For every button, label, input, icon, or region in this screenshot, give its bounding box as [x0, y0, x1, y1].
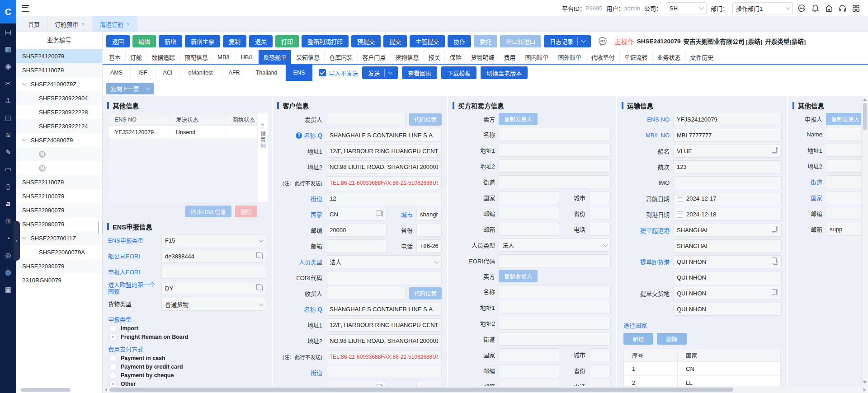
field-input[interactable]: MBL7777777	[673, 129, 782, 142]
apps-grid-icon[interactable]	[851, 4, 861, 13]
detail-tab[interactable]: 货物明细	[466, 50, 499, 64]
detail-tab[interactable]: 国内账单	[520, 50, 553, 64]
radio-icon[interactable]	[109, 363, 117, 370]
radio-option[interactable]: Import	[109, 325, 266, 332]
field-input[interactable]	[499, 380, 559, 386]
manifest-tab[interactable]: AMS	[103, 65, 131, 81]
delete-button[interactable]: 删除	[235, 206, 257, 217]
field-input[interactable]	[499, 317, 611, 330]
field-input[interactable]	[673, 176, 782, 189]
radio-option[interactable]: Payment in cash	[109, 355, 266, 362]
bell-icon[interactable]	[811, 4, 820, 13]
close-icon[interactable]: ×	[81, 21, 85, 28]
field-input[interactable]: 20000	[326, 224, 387, 237]
page-tab[interactable]: 海运订舱 ×	[93, 16, 138, 32]
dept-select[interactable]: 操作部门1	[732, 2, 793, 14]
field-input[interactable]: DY	[161, 282, 266, 295]
detail-tab[interactable]: MB/L	[212, 50, 236, 64]
toolbar-button[interactable]: 新增主票	[185, 35, 220, 47]
business-list-item[interactable]: SHSE24080079	[16, 133, 102, 147]
copy-icon[interactable]	[773, 259, 778, 265]
field-input[interactable]: QUI NHON	[673, 303, 782, 316]
field-input[interactable]: 2024-12-18	[673, 208, 782, 221]
detail-tab[interactable]: 基本	[103, 50, 125, 64]
manifest-tab[interactable]: ACI	[156, 65, 181, 81]
route-countries-link[interactable]: 途径国家	[623, 321, 787, 329]
view-receipt-button[interactable]: 查看回执	[402, 66, 437, 79]
field-input[interactable]: F15	[161, 234, 266, 247]
field-input[interactable]: QUI NHON	[673, 287, 782, 300]
field-input[interactable]: SI	[326, 382, 387, 386]
toolbar-button[interactable]: 日志记录	[544, 35, 591, 47]
anchor-icon[interactable]: ⚓	[0, 92, 16, 109]
radio-option[interactable]: Freight Remain on Board	[109, 333, 266, 341]
toolbar-button[interactable]: 委托	[474, 35, 497, 47]
nav-scrollbar-thumb[interactable]	[21, 388, 71, 392]
field-input[interactable]	[589, 191, 611, 204]
toolbar-button[interactable]: 主管提交	[410, 35, 445, 47]
field-input[interactable]: VLUE	[673, 145, 782, 158]
close-icon[interactable]: ×	[127, 21, 130, 28]
field-input[interactable]	[826, 175, 862, 188]
radio-option[interactable]: Other	[109, 380, 266, 386]
detail-tab[interactable]: 保险	[444, 50, 466, 64]
field-input[interactable]	[161, 266, 266, 279]
field-input[interactable]: SHANGHAI F S CONTAINER LINE S.A.	[326, 129, 442, 142]
field-input[interactable]: SHANGHAI	[673, 239, 782, 253]
radio-icon[interactable]	[109, 333, 117, 341]
vertical-scrollbar-thumb[interactable]	[863, 103, 867, 130]
field-input[interactable]: NO.98 LIUHE ROAD, SHANGHAI 200001,	[326, 160, 442, 173]
field-input[interactable]	[499, 254, 611, 267]
detail-tab[interactable]: 单证流转	[619, 50, 652, 64]
field-input[interactable]	[826, 159, 862, 173]
toolbar-button[interactable]: 退关	[249, 35, 273, 47]
field-input[interactable]: shanghai	[416, 208, 442, 221]
toolbar-button[interactable]: 复制	[223, 35, 246, 47]
toolbar-button[interactable]: 协作	[448, 35, 471, 47]
code-search-button[interactable]: 代码检索	[409, 287, 442, 299]
dashboard-icon[interactable]: ▣	[0, 281, 16, 298]
detail-tab[interactable]: 订舱	[125, 50, 146, 64]
field-input[interactable]	[589, 348, 611, 361]
page-tab[interactable]: 首页	[21, 16, 47, 32]
field-input[interactable]: supp	[826, 223, 862, 236]
business-list-item[interactable]: 2310RGN0079	[16, 273, 102, 287]
field-input[interactable]: 普通货物	[161, 298, 266, 311]
send-button[interactable]: 发送	[362, 66, 398, 79]
business-list-item[interactable]: SHFSE230922904	[16, 91, 102, 105]
toolbar-button[interactable]: 整箱利润打印	[302, 35, 349, 47]
field-input[interactable]: TEL:86-21-60933688FAX:86-21-51062688USC:	[326, 350, 442, 363]
field-input[interactable]: de3888444	[161, 250, 266, 263]
detail-tab[interactable]: HB/L	[236, 50, 258, 64]
table-row[interactable]: 2 LL	[624, 376, 780, 386]
field-input[interactable]	[326, 366, 442, 379]
business-list-item[interactable]: SHFSE230922124	[16, 119, 102, 133]
panel-resize-handle[interactable]	[98, 222, 103, 234]
business-list-item[interactable]: SHSE22090079	[16, 203, 102, 217]
copy-party-button[interactable]: 复制收货人	[499, 270, 538, 282]
horizontal-scrollbar-thumb[interactable]	[109, 388, 733, 392]
package-icon[interactable]: ◫	[0, 109, 16, 126]
panel-collapse-handle[interactable]: ›	[14, 221, 20, 261]
expand-chevron-icon[interactable]	[22, 137, 27, 142]
business-list-item[interactable]: SHSE22110079	[16, 175, 102, 189]
field-input[interactable]	[589, 223, 611, 236]
help-icon[interactable]: ?	[296, 132, 302, 139]
business-list-item[interactable]: SHSE24110079	[16, 63, 102, 77]
field-input[interactable]: QUI NHON	[673, 255, 782, 268]
business-list-item[interactable]: SHSE24100079Z	[16, 77, 102, 91]
manifest-tab[interactable]: AFR	[221, 65, 248, 81]
field-input[interactable]: QUI NHON	[673, 271, 782, 284]
code-search-button[interactable]: 代码检索	[409, 113, 442, 126]
field-input[interactable]	[499, 285, 611, 298]
field-input[interactable]: NO.98 LIUHE ROAD, SHANGHAI 200001,	[326, 334, 442, 347]
search-icon[interactable]: Q	[317, 306, 322, 313]
field-input[interactable]	[499, 175, 611, 188]
scroll-up-icon[interactable]	[863, 98, 867, 101]
download-template-button[interactable]: 下载模板	[441, 66, 476, 79]
field-input[interactable]	[326, 271, 442, 284]
copy-party-button[interactable]: 复制发货人	[826, 113, 862, 125]
delete-route-button[interactable]: 删除	[657, 333, 687, 345]
field-input[interactable]: 12/F, HARBOUR RING HUANGPU CENTER,	[326, 318, 442, 332]
manifest-tab[interactable]: ISF	[131, 65, 155, 81]
